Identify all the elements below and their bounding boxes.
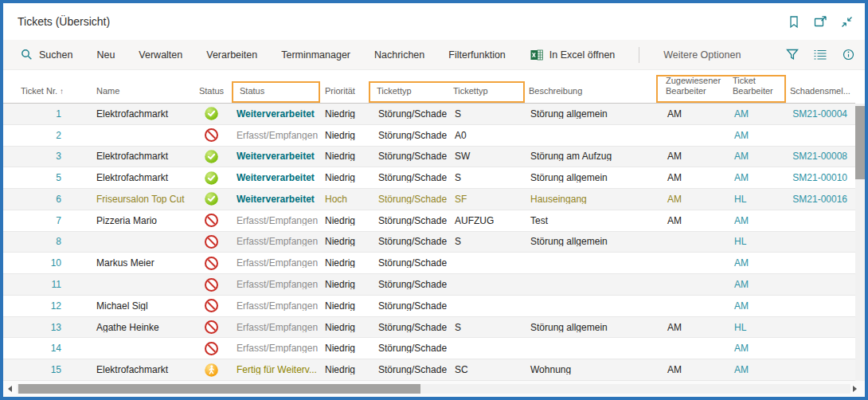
horizontal-scrollbar[interactable] — [3, 381, 865, 397]
cell-schadensmeldung[interactable]: _ — [784, 343, 850, 353]
cell-schadensmeldung[interactable]: _ — [784, 280, 850, 289]
table-row[interactable]: 15 Elektrofachmarkt Fertig für Weiterv..… — [3, 359, 855, 381]
scroll-right-arrow-icon[interactable] — [853, 386, 857, 392]
cell-ticket-bearbeiter[interactable]: AM — [726, 109, 784, 119]
cell-ticket-bearbeiter[interactable]: AM — [726, 131, 784, 140]
cell-schadensmeldung[interactable]: _ — [784, 131, 850, 140]
column-header-beschreibung[interactable]: Beschreibung — [522, 86, 659, 103]
menu-filterfunktion[interactable]: Filterfunktion — [448, 49, 506, 61]
cell-status: Weiterverarbeitet — [233, 194, 319, 204]
collapse-icon[interactable] — [839, 14, 854, 29]
status-blocked-icon — [205, 235, 218, 249]
cell-ticket-bearbeiter[interactable]: AM — [726, 151, 784, 161]
cell-ticket-bearbeiter[interactable]: HL — [726, 323, 784, 332]
status-blocked-icon — [205, 278, 218, 292]
bookmark-icon[interactable] — [787, 14, 801, 29]
table-row[interactable]: 12 Michael Sigl Erfasst/Empfangen Niedri… — [3, 296, 855, 317]
cell-ticket-bearbeiter[interactable]: AM — [726, 216, 784, 225]
cell-schadensmeldung[interactable]: SM21-00016 — [784, 194, 850, 204]
cell-ticket-bearbeiter[interactable]: AM — [726, 343, 784, 353]
menu-nachrichen[interactable]: Nachrichen — [374, 49, 424, 61]
cell-ticket-bearbeiter[interactable]: AM — [726, 365, 784, 375]
table-row[interactable]: 2 _ Erfasst/Empfangen Niedrig Störung/Sc… — [3, 125, 855, 147]
vertical-scrollbar[interactable] — [855, 104, 865, 381]
table-row[interactable]: 7 Pizzeria Mario Erfasst/Empfangen Niedr… — [3, 210, 855, 232]
cell-ticket-nr[interactable]: 13 — [14, 323, 90, 332]
horizontal-scrollbar-thumb[interactable] — [18, 384, 420, 394]
column-header-ticket-nr[interactable]: Ticket Nr. ↑ — [14, 86, 90, 103]
cell-ticket-nr[interactable]: 3 — [14, 151, 90, 161]
column-header-tickettyp-1[interactable]: Tickettyp — [370, 86, 447, 103]
more-options-button[interactable]: Weitere Optionen — [663, 49, 741, 61]
cell-prioritaet: Niedrig — [319, 237, 370, 246]
table-row[interactable]: 14 _ Erfasst/Empfangen Niedrig Störung/S… — [3, 338, 855, 359]
cell-schadensmeldung[interactable]: SM21-00004 — [784, 109, 850, 119]
cell-ticket-bearbeiter[interactable]: AM — [726, 173, 784, 182]
cell-ticket-bearbeiter[interactable]: HL — [726, 194, 784, 204]
menu-neu[interactable]: Neu — [96, 49, 115, 61]
table-row[interactable]: 5 Elektrofachmarkt Weiterverarbeitet Nie… — [3, 167, 855, 189]
table-row[interactable]: 11 _ Erfasst/Empfangen Niedrig Störung/S… — [3, 274, 855, 296]
horizontal-scrollbar-track[interactable] — [17, 384, 850, 394]
cell-schadensmeldung[interactable]: SM21-00008 — [784, 151, 850, 161]
table-row[interactable]: 10 Markus Meier Erfasst/Empfangen Niedri… — [3, 253, 855, 274]
cell-schadensmeldung[interactable]: _ — [784, 237, 850, 246]
column-header-prioritaet[interactable]: Priorität — [319, 86, 370, 103]
cell-schadensmeldung[interactable]: _ — [784, 301, 850, 311]
open-in-excel-button[interactable]: In Excel öffnen — [530, 48, 615, 62]
table-row[interactable]: 13 Agathe Heinke Erfasst/Empfangen Niedr… — [3, 317, 855, 339]
open-in-new-window-icon[interactable] — [813, 14, 827, 29]
info-icon[interactable] — [841, 48, 855, 62]
vertical-scrollbar-thumb[interactable] — [855, 106, 865, 179]
cell-schadensmeldung[interactable]: _ — [784, 365, 850, 375]
cell-tickettyp-2: S — [447, 237, 522, 246]
cell-ticket-nr[interactable]: 8 — [14, 237, 90, 246]
search-label: Suchen — [39, 49, 72, 61]
cell-ticket-nr[interactable]: 11 — [14, 280, 90, 289]
cell-ticket-nr[interactable]: 12 — [14, 301, 90, 311]
column-header-name[interactable]: Name — [90, 86, 190, 103]
cell-ticket-nr[interactable]: 10 — [14, 258, 90, 268]
column-header-zugewiesener-bearbeiter[interactable]: Zugewiesener Bearbeiter — [659, 76, 726, 104]
table-header: Ticket Nr. ↑ Name Status Status Prioritä… — [3, 70, 855, 104]
cell-ticket-nr[interactable]: 14 — [14, 343, 90, 353]
cell-ticket-nr[interactable]: 7 — [14, 216, 90, 225]
table-row[interactable]: 8 _ Erfasst/Empfangen Niedrig Störung/Sc… — [3, 232, 855, 253]
cell-ticket-nr[interactable]: 5 — [14, 173, 90, 182]
cell-status-icon — [190, 192, 233, 206]
cell-schadensmeldung[interactable]: _ — [784, 323, 850, 332]
table-row[interactable]: 3 Elektrofachmarkt Weiterverarbeitet Nie… — [3, 147, 855, 168]
filter-icon[interactable] — [785, 48, 800, 62]
column-header-schadensmeldung[interactable]: Schadensmel... — [784, 86, 850, 103]
cell-ticket-nr[interactable]: 15 — [14, 365, 90, 375]
list-view-icon[interactable] — [813, 48, 827, 62]
cell-schadensmeldung[interactable]: SM21-00010 — [784, 173, 850, 182]
menu-verwalten[interactable]: Verwalten — [139, 49, 182, 61]
cell-status-icon — [190, 214, 233, 227]
column-header-status-icon[interactable]: Status — [190, 86, 233, 103]
cell-ticket-nr[interactable]: 6 — [14, 194, 90, 204]
search-button[interactable]: Suchen — [19, 48, 72, 62]
column-header-ticket-bearbeiter[interactable]: Ticket Bearbeiter — [726, 76, 784, 104]
cell-zugewiesener-bearbeiter: AM — [659, 151, 726, 161]
cell-ticket-bearbeiter[interactable]: AM — [726, 258, 784, 268]
cell-schadensmeldung[interactable]: _ — [784, 216, 850, 225]
cell-beschreibung: Störung am Aufzug — [522, 151, 659, 161]
table-row[interactable]: 6 Friseursalon Top Cut Weiterverarbeitet… — [3, 189, 855, 210]
cell-beschreibung: Hauseingang — [522, 194, 659, 204]
cell-beschreibung: Störung allgemein — [522, 237, 659, 246]
cell-ticket-bearbeiter[interactable]: AM — [726, 280, 784, 289]
cell-ticket-bearbeiter[interactable]: HL — [726, 237, 784, 246]
cell-zugewiesener-bearbeiter: AM — [659, 173, 726, 182]
menu-verarbeiten[interactable]: Verarbeiten — [206, 49, 257, 61]
menu-terminmanager[interactable]: Terminmanager — [281, 49, 350, 61]
cell-ticket-nr[interactable]: 1 — [14, 109, 90, 119]
column-header-tickettyp-2[interactable]: Tickettyp — [447, 86, 522, 103]
table-row[interactable]: 1 Elektrofachmarkt Weiterverarbeitet Nie… — [3, 104, 855, 125]
cell-schadensmeldung[interactable]: _ — [784, 258, 850, 268]
cell-ticket-nr[interactable]: 2 — [14, 131, 90, 140]
cell-ticket-bearbeiter[interactable]: AM — [726, 301, 784, 311]
scroll-left-arrow-icon[interactable] — [8, 386, 12, 392]
status-blocked-icon — [205, 128, 218, 142]
column-header-status[interactable]: Status — [233, 86, 319, 103]
